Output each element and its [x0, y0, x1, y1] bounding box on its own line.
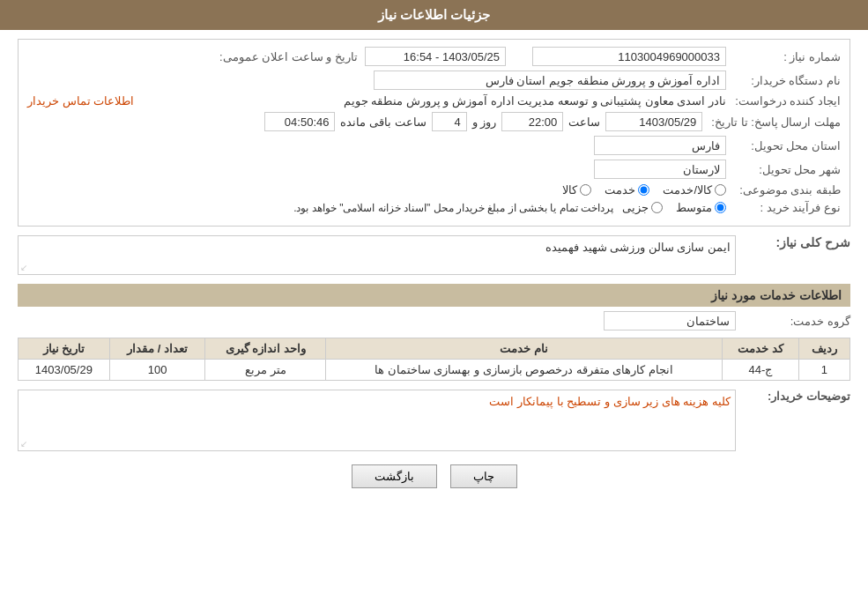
need-number-value: 1103004969000033 — [532, 47, 726, 66]
cell-unit: متر مربع — [205, 360, 326, 381]
contact-link[interactable]: اطلاعات تماس خریدار — [27, 94, 134, 108]
need-number-label: شماره نیاز : — [726, 50, 841, 63]
services-table: ردیف کد خدمت نام خدمت واحد اندازه گیری ت… — [18, 338, 850, 381]
cell-name: انجام کارهای متفرقه درخصوص بازسازی و بهس… — [326, 360, 723, 381]
buyer-notes-row: توضیحات خریدار: کلیه هزینه های زیر سازی … — [18, 390, 850, 451]
date-label: تاریخ و ساعت اعلان عمومی: — [212, 50, 365, 63]
table-row: 1 ج-44 انجام کارهای متفرقه درخصوص بازساز… — [19, 360, 850, 381]
services-table-body: 1 ج-44 انجام کارهای متفرقه درخصوص بازساز… — [19, 360, 850, 381]
page-header: جزئیات اطلاعات نیاز — [0, 0, 868, 30]
cell-qty: 100 — [109, 360, 205, 381]
buyer-row: نام دستگاه خریدار: اداره آموزش و پرورش م… — [27, 71, 841, 90]
print-button[interactable]: چاپ — [450, 464, 517, 488]
services-section-title: اطلاعات خدمات مورد نیاز — [18, 284, 850, 307]
city-row: شهر محل تحویل: لارستان — [27, 160, 841, 179]
category-kala-khadamat[interactable]: کالا/خدمت — [663, 183, 726, 197]
province-value: فارس — [594, 136, 726, 155]
col-code: کد خدمت — [723, 338, 799, 360]
category-row: طبقه بندی موضوعی: کالا/خدمت خدمت کالا — [27, 183, 841, 197]
deadline-time-label: ساعت — [563, 115, 605, 129]
creator-row: ایجاد کننده درخواست: نادر اسدی معاون پشت… — [27, 94, 841, 108]
services-table-header: ردیف کد خدمت نام خدمت واحد اندازه گیری ت… — [19, 338, 850, 360]
category-label: طبقه بندی موضوعی: — [726, 183, 841, 197]
process-row: نوع فرآیند خرید : متوسط جزیی پرداخت تمام… — [27, 201, 841, 214]
buyer-notes-label: توضیحات خریدار: — [736, 390, 850, 403]
main-info-body: شماره نیاز : 1103004969000033 1403/05/25… — [19, 40, 849, 226]
category-kala[interactable]: کالا — [562, 183, 591, 197]
process-label: نوع فرآیند خرید : — [726, 201, 841, 214]
deadline-day-label: روز و — [467, 115, 502, 129]
service-group-value: ساختمان — [604, 311, 736, 330]
cell-date: 1403/05/29 — [19, 360, 110, 381]
process-motavaset[interactable]: متوسط — [676, 201, 726, 214]
service-group-label: گروه خدمت: — [736, 315, 850, 328]
service-group-row: گروه خدمت: ساختمان — [18, 311, 850, 330]
province-row: استان محل تحویل: فارس — [27, 136, 841, 155]
cell-code: ج-44 — [723, 360, 799, 381]
col-qty: تعداد / مقدار — [109, 338, 205, 360]
col-row: ردیف — [798, 338, 849, 360]
process-jozi[interactable]: جزیی — [622, 201, 663, 214]
deadline-time: 22:00 — [501, 112, 563, 131]
category-options: کالا/خدمت خدمت کالا — [562, 183, 726, 197]
deadline-remaining-label: ساعت باقی مانده — [335, 115, 431, 129]
deadline-date: 1403/05/29 — [605, 112, 702, 131]
back-button[interactable]: بازگشت — [352, 464, 437, 488]
city-label: شهر محل تحویل: — [726, 163, 841, 176]
col-name: نام خدمت — [326, 338, 723, 360]
need-description-row: شرح کلی نیاز: ایمن سازی سالن ورزشی شهید … — [18, 235, 850, 275]
deadline-remaining: 04:50:46 — [264, 112, 335, 131]
cell-row: 1 — [798, 360, 849, 381]
buyer-label: نام دستگاه خریدار: — [726, 74, 841, 87]
buyer-notes-value: کلیه هزینه های زیر سازی و تسطیح با پیمان… — [489, 395, 731, 408]
creator-value: نادر اسدی معاون پشتیبانی و توسعه مدیریت … — [141, 94, 726, 108]
need-description-label: شرح کلی نیاز: — [736, 235, 850, 249]
need-number-row: شماره نیاز : 1103004969000033 1403/05/25… — [27, 47, 841, 66]
page-title: جزئیات اطلاعات نیاز — [378, 7, 490, 22]
process-note: پرداخت تمام یا بخشی از مبلغ خریدار محل "… — [293, 202, 613, 214]
deadline-label: مهلت ارسال پاسخ: تا تاریخ: — [702, 115, 841, 129]
need-description-value: ایمن سازی سالن ورزشی شهید فهمیده — [545, 241, 731, 254]
province-label: استان محل تحویل: — [726, 139, 841, 152]
creator-label: ایجاد کننده درخواست: — [726, 94, 841, 108]
main-info-section: شماره نیاز : 1103004969000033 1403/05/25… — [18, 39, 850, 227]
deadline-row: مهلت ارسال پاسخ: تا تاریخ: 1403/05/29 سا… — [27, 112, 841, 131]
deadline-day: 4 — [432, 112, 467, 131]
city-value: لارستان — [594, 160, 726, 179]
bottom-buttons: چاپ بازگشت — [18, 464, 850, 488]
date-value: 1403/05/25 - 16:54 — [365, 47, 506, 66]
buyer-value: اداره آموزش و پرورش منطقه جویم استان فار… — [374, 71, 726, 90]
category-khadamat[interactable]: خدمت — [605, 183, 649, 197]
col-unit: واحد اندازه گیری — [205, 338, 326, 360]
col-date: تاریخ نیاز — [19, 338, 110, 360]
process-options: متوسط جزیی — [622, 201, 726, 214]
